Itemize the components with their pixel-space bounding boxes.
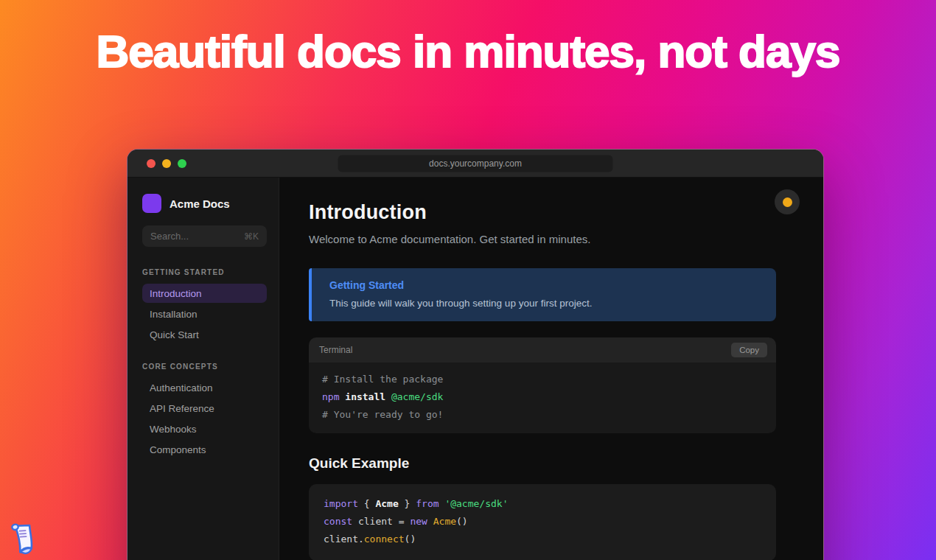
sidebar-item-introduction[interactable]: Introduction [142,284,267,303]
sidebar-item-api-reference[interactable]: API Reference [142,399,267,418]
scroll-logo-icon [10,520,40,556]
terminal-code-line: # Install the package [322,371,763,388]
browser-titlebar: docs.yourcompany.com [128,150,823,178]
page-subtitle: Welcome to Acme documentation. Get start… [309,233,776,245]
sidebar-item-webhooks[interactable]: Webhooks [142,419,267,438]
sidebar: Acme Docs Search... ⌘K GETTING STARTED I… [128,178,279,560]
nav-section-core-concepts: CORE CONCEPTS [142,363,267,371]
copy-button[interactable]: Copy [731,343,767,357]
brand-logo-icon [142,194,161,213]
example-code-block: import { Acme } from '@acme/sdk' const c… [309,484,776,560]
terminal-block: Terminal Copy # Install the package npm … [309,337,776,433]
search-shortcut: ⌘K [244,231,259,242]
minimize-window-icon[interactable] [162,159,171,168]
callout-title: Getting Started [329,279,761,291]
sidebar-item-quick-start[interactable]: Quick Start [142,325,267,344]
traffic-lights [147,159,186,168]
url-text: docs.yourcompany.com [429,158,522,169]
terminal-body: # Install the package npm install @acme/… [309,363,776,433]
main-content: Introduction Welcome to Acme documentati… [279,178,823,560]
example-code-line: client.connect() [324,531,761,548]
sun-icon [783,197,792,207]
page-title: Introduction [309,201,776,224]
example-code-line: import { Acme } from '@acme/sdk' [324,495,761,513]
url-bar[interactable]: docs.yourcompany.com [338,155,613,172]
close-window-icon[interactable] [147,159,156,168]
sidebar-item-components[interactable]: Components [142,440,267,459]
terminal-label: Terminal [319,345,731,355]
example-code-line: const client = new Acme() [324,513,761,531]
sidebar-item-installation[interactable]: Installation [142,304,267,323]
search-placeholder: Search... [150,231,244,242]
browser-window: docs.yourcompany.com Acme Docs Search...… [127,149,824,560]
quick-example-heading: Quick Example [309,455,776,472]
terminal-header: Terminal Copy [309,337,776,363]
callout-body: This guide will walk you through setting… [329,298,761,309]
theme-toggle-button[interactable] [775,189,800,214]
terminal-code-line: # You're ready to go! [322,406,763,424]
nav-list-core-concepts: Authentication API Reference Webhooks Co… [142,378,267,459]
sidebar-item-authentication[interactable]: Authentication [142,378,267,397]
terminal-code-line: npm install @acme/sdk [322,388,763,406]
brand[interactable]: Acme Docs [142,194,267,213]
nav-list-getting-started: Introduction Installation Quick Start [142,284,267,344]
brand-name: Acme Docs [170,197,230,210]
nav-section-getting-started: GETTING STARTED [142,268,267,276]
search-input[interactable]: Search... ⌘K [142,225,267,247]
getting-started-callout: Getting Started This guide will walk you… [309,268,776,321]
hero-headline: Beautiful docs in minutes, not days [0,25,936,77]
maximize-window-icon[interactable] [178,159,186,168]
